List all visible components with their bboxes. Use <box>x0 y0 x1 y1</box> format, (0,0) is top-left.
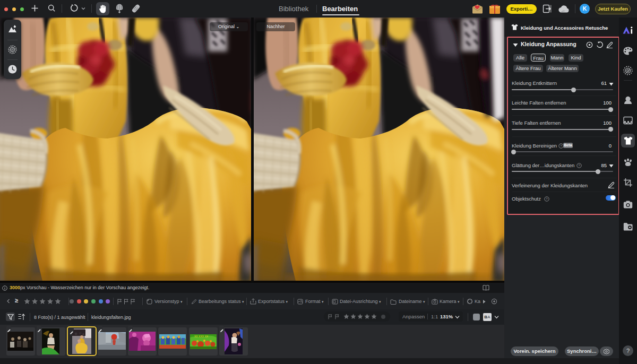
svg-text:?: ? <box>560 144 562 148</box>
svg-text:?: ? <box>546 197 548 201</box>
svg-text:XX XXX XX: XX XXX XX <box>194 335 209 338</box>
svg-text:?: ? <box>578 164 580 167</box>
